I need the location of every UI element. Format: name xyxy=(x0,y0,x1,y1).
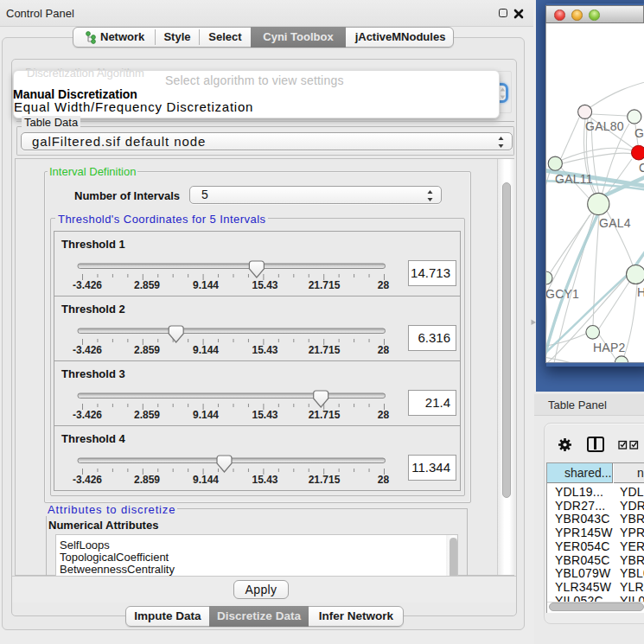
svg-text:GAL11: GAL11 xyxy=(555,172,593,186)
svg-text:GCY1: GCY1 xyxy=(546,287,579,301)
svg-text:GA: GA xyxy=(634,126,644,140)
svg-text:GAL4: GAL4 xyxy=(599,216,631,230)
svg-text:C: C xyxy=(639,161,644,175)
svg-text:H: H xyxy=(637,285,644,299)
svg-text:GAL80: GAL80 xyxy=(585,119,624,133)
svg-text:HAP2: HAP2 xyxy=(593,341,626,354)
